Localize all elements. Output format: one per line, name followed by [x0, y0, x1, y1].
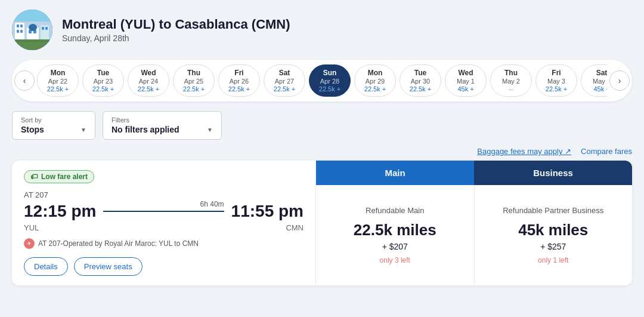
day-name: Thu	[504, 69, 518, 77]
date-value: Apr 23	[94, 78, 113, 85]
svg-rect-1	[12, 10, 52, 21]
day-name: Tue	[414, 69, 426, 77]
tag-icon: 🏷	[30, 173, 38, 181]
date-pill-may-1[interactable]: Wed May 1 45k +	[445, 64, 487, 97]
price-value: --	[509, 85, 513, 93]
flight-duration-line: 6h 40m	[103, 211, 224, 212]
baggage-row: Baggage fees may apply ↗ Compare fares	[12, 147, 632, 156]
date-value: Apr 28	[320, 78, 339, 85]
sort-chevron-icon: ▼	[80, 127, 86, 133]
tab-main[interactable]: Main	[316, 161, 474, 185]
fare-miles: 22.5k miles	[354, 221, 436, 239]
fare-option[interactable]: Refundable Main 22.5k miles + $207 only …	[316, 185, 475, 285]
price-value: 22.5k +	[183, 85, 205, 93]
arrive-time: 11:55 pm	[231, 202, 304, 221]
day-name: Mon	[51, 69, 66, 77]
route-date: Sunday, April 28th	[62, 33, 290, 43]
date-value: Apr 25	[184, 78, 203, 85]
date-value: Apr 26	[230, 78, 249, 85]
price-value: 45k +	[593, 85, 607, 93]
destination-code: CMN	[286, 223, 304, 232]
price-value: 22.5k +	[319, 85, 340, 93]
date-value: Apr 29	[366, 78, 385, 85]
day-name: Sun	[323, 69, 337, 77]
price-value: 22.5k +	[274, 85, 295, 93]
day-name: Sat	[279, 69, 290, 77]
price-value: 45k +	[457, 85, 473, 93]
date-pill-apr-26[interactable]: Fri Apr 26 22.5k +	[218, 64, 260, 97]
fare-columns: Refundable Main 22.5k miles + $207 only …	[316, 185, 632, 285]
flight-airports: YUL CMN	[24, 223, 304, 232]
date-value: May 1	[457, 78, 475, 85]
price-value: 22.5k +	[364, 85, 386, 93]
fare-type: Refundable Partner Business	[503, 206, 603, 215]
route-info: Montreal (YUL) to Casablanca (CMN) Sunda…	[62, 17, 290, 43]
date-pill-apr-22[interactable]: Mon Apr 22 22.5k +	[37, 64, 79, 97]
flight-number: AT 207	[24, 190, 304, 199]
price-value: 22.5k +	[410, 85, 431, 93]
date-value: Apr 24	[139, 78, 158, 85]
tab-business[interactable]: Business	[474, 161, 632, 185]
fare-price: + $257	[540, 242, 566, 251]
svg-rect-13	[42, 27, 44, 30]
day-name: Sat	[596, 69, 607, 77]
svg-rect-4	[17, 24, 19, 27]
date-pill-may-4[interactable]: Sat May 4 45k +	[581, 64, 607, 97]
details-button[interactable]: Details	[24, 257, 68, 276]
destination-avatar	[12, 10, 52, 50]
flight-actions: Details Preview seats	[24, 257, 304, 276]
flight-info-panel: 🏷 Low fare alert AT 207 12:15 pm 6h 40m …	[12, 161, 316, 285]
date-pill-apr-27[interactable]: Sat Apr 27 22.5k +	[264, 64, 305, 97]
date-value: May 2	[502, 78, 520, 85]
fare-price: + $207	[382, 242, 408, 251]
seats-left: only 1 left	[538, 256, 568, 264]
airline-icon: ✈	[24, 238, 35, 249]
date-selector: ‹ Mon Apr 22 22.5k + Tue Apr 23 22.5k + …	[12, 60, 632, 101]
date-value: Apr 22	[48, 78, 67, 85]
prev-date-button[interactable]: ‹	[14, 70, 35, 91]
date-pill-apr-25[interactable]: Thu Apr 25 22.5k +	[173, 64, 215, 97]
date-pill-apr-28[interactable]: Sun Apr 28 22.5k +	[309, 64, 351, 97]
day-name: Wed	[141, 69, 156, 77]
flight-times: 12:15 pm 6h 40m 11:55 pm	[24, 202, 304, 221]
date-value: Apr 30	[411, 78, 430, 85]
filters-row: Sort by Stops ▼ Filters No filters appli…	[12, 111, 632, 140]
fare-option[interactable]: Refundable Partner Business 45k miles + …	[475, 185, 633, 285]
next-date-button[interactable]: ›	[609, 70, 630, 91]
sort-dropdown[interactable]: Sort by Stops ▼	[12, 111, 95, 140]
preview-seats-button[interactable]: Preview seats	[74, 257, 143, 276]
svg-rect-16	[12, 41, 52, 42]
flight-card: 🏷 Low fare alert AT 207 12:15 pm 6h 40m …	[12, 161, 632, 285]
filters-value: No filters applied ▼	[112, 125, 213, 134]
date-pill-apr-23[interactable]: Tue Apr 23 22.5k +	[82, 64, 124, 97]
date-pills-container: Mon Apr 22 22.5k + Tue Apr 23 22.5k + We…	[37, 64, 607, 97]
origin-code: YUL	[24, 223, 39, 232]
date-pill-apr-29[interactable]: Mon Apr 29 22.5k +	[354, 64, 396, 97]
day-name: Thu	[187, 69, 200, 77]
price-value: 22.5k +	[92, 85, 114, 93]
svg-point-11	[29, 24, 37, 31]
sort-value: Stops ▼	[21, 125, 86, 134]
operated-by: ✈ AT 207-Operated by Royal Air Maroc: YU…	[24, 238, 304, 249]
svg-rect-6	[17, 30, 19, 33]
date-pill-may-3[interactable]: Fri May 3 22.5k +	[535, 64, 577, 97]
flight-line-bar	[103, 211, 224, 212]
price-value: 22.5k +	[546, 85, 567, 93]
svg-rect-3	[15, 23, 24, 41]
filters-dropdown[interactable]: Filters No filters applied ▼	[103, 111, 222, 140]
route-title: Montreal (YUL) to Casablanca (CMN)	[62, 17, 290, 32]
fare-miles: 45k miles	[518, 221, 588, 239]
page-header: Montreal (YUL) to Casablanca (CMN) Sunda…	[12, 10, 632, 50]
day-name: Wed	[458, 69, 473, 77]
compare-fares-link[interactable]: Compare fares	[581, 147, 632, 156]
date-pill-may-2[interactable]: Thu May 2 --	[490, 64, 532, 97]
svg-rect-5	[20, 24, 23, 27]
date-pill-apr-30[interactable]: Tue Apr 30 22.5k +	[400, 64, 441, 97]
flight-duration: 6h 40m	[200, 200, 224, 208]
fare-type: Refundable Main	[366, 206, 424, 215]
day-name: Fri	[552, 69, 561, 77]
baggage-fees-link[interactable]: Baggage fees may apply ↗	[477, 147, 571, 156]
date-pill-apr-24[interactable]: Wed Apr 24 22.5k +	[128, 64, 169, 97]
date-value: Apr 27	[275, 78, 294, 85]
sort-label: Sort by	[21, 116, 86, 124]
